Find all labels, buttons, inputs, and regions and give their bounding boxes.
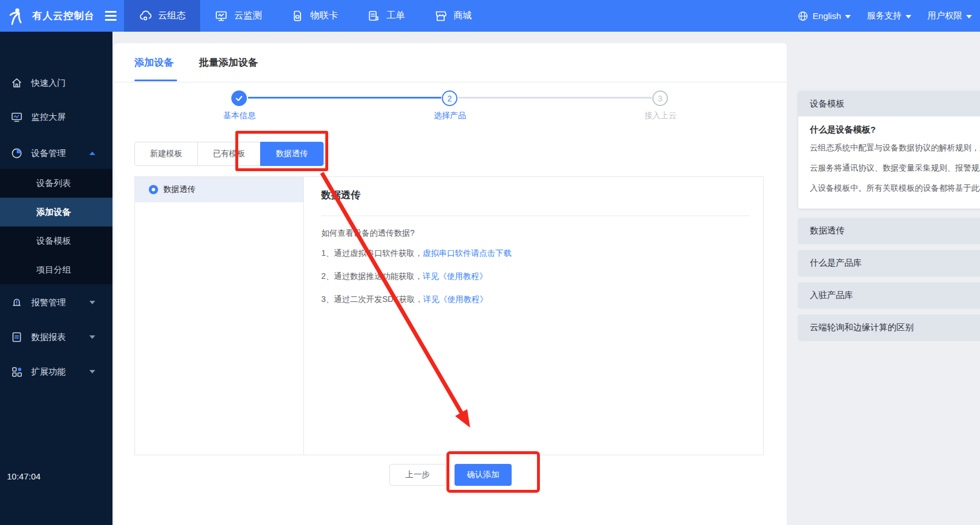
step-1-label: 基本信息 <box>205 111 274 121</box>
help-bar-polling-vs-edge[interactable]: 云端轮询和边缘计算的区别 <box>798 315 980 340</box>
extend-icon <box>10 365 23 378</box>
language-switcher[interactable]: English <box>789 10 859 22</box>
sidebar-item-project-group[interactable]: 项目分组 <box>0 255 112 284</box>
nav-item-mall[interactable]: 商城 <box>419 0 486 32</box>
panel-title-divider <box>321 216 750 216</box>
step-2-dot: 2 <box>442 90 457 106</box>
radio-selected-icon[interactable] <box>149 185 158 194</box>
chevron-down-icon <box>89 370 95 373</box>
step-connector-pending <box>459 97 652 99</box>
help-panel-device-template: 设备模板 什么是设备模板? 云组态系统中配置与设备数据协议的解析规则，新版云服务… <box>798 91 980 209</box>
download-vcom-link[interactable]: 虚拟串口软件请点击下载 <box>423 248 512 258</box>
person-logo-icon <box>7 6 27 26</box>
help-bar-transparent[interactable]: 数据透传 <box>798 218 980 243</box>
globe-icon <box>797 10 809 22</box>
help-bar-join-product-lib[interactable]: 入驻产品库 <box>798 282 980 308</box>
cloud-icon <box>138 9 152 23</box>
step-1-dot <box>231 90 247 106</box>
device-manage-icon <box>10 147 23 160</box>
transparent-panel: 数据透传 <box>134 176 764 455</box>
sidebar-item-alarm-manage[interactable]: 报警管理 <box>0 290 112 315</box>
app-window: 有人云控制台 云组态 云监测 <box>0 0 980 525</box>
help-question: 什么是设备模板? <box>810 124 980 135</box>
service-support-menu[interactable]: 服务支持 <box>859 10 919 21</box>
chevron-up-icon <box>89 152 95 155</box>
panel-item-1: 1、通过虚拟串口软件获取，虚拟串口软件请点击下载 <box>321 248 512 259</box>
panel-item-3: 3、通过二次开发SDK获取，详见《使用教程》 <box>321 294 488 305</box>
panel-question: 如何查看设备的透传数据? <box>321 228 415 239</box>
report-icon <box>10 331 23 343</box>
brand-title: 有人云控制台 <box>32 9 95 22</box>
store-icon <box>434 9 448 23</box>
home-icon <box>10 77 23 89</box>
sidebar: 快速入门 监控大屏 设备管理 设备列表 添加设备 <box>0 32 112 525</box>
sidebar-item-big-screen[interactable]: 监控大屏 <box>0 104 112 130</box>
monitor-chart-icon <box>215 9 228 23</box>
tab-batch-add-device[interactable]: 批量添加设备 <box>199 56 258 69</box>
step-connector-done <box>248 97 441 99</box>
option-transparent[interactable]: 数据透传 <box>135 177 303 202</box>
work-order-icon <box>367 9 381 23</box>
tutorial-link-push[interactable]: 详见《使用教程》 <box>423 271 487 281</box>
chevron-down-icon <box>89 301 95 304</box>
template-tab-transparent[interactable]: 数据透传 <box>260 142 324 166</box>
tutorial-link-sdk[interactable]: 详见《使用教程》 <box>423 294 488 304</box>
sidebar-item-extend-function[interactable]: 扩展功能 <box>0 359 112 384</box>
confirm-add-button[interactable]: 确认添加 <box>455 464 512 486</box>
sidebar-item-device-list[interactable]: 设备列表 <box>0 169 112 198</box>
chevron-down-icon <box>966 15 972 18</box>
panel-title: 数据透传 <box>321 188 361 202</box>
tab-add-device[interactable]: 添加设备 <box>134 56 174 69</box>
chevron-down-icon <box>845 15 851 18</box>
help-paragraph: 云组态系统中配置与设备数据协议的解析规则，新版云服务将通讯协议、数据变量采集规则… <box>810 138 980 198</box>
sidebar-clock: 10:47:04 <box>7 471 40 481</box>
help-body-device-template: 什么是设备模板? 云组态系统中配置与设备数据协议的解析规则，新版云服务将通讯协议… <box>798 116 980 209</box>
active-tab-underline <box>134 80 177 81</box>
panel-item-2: 2、通过数据推送功能获取，详见《使用教程》 <box>321 271 487 282</box>
check-icon <box>235 94 243 103</box>
help-header-device-template[interactable]: 设备模板 <box>798 91 980 116</box>
template-tab-new[interactable]: 新建模板 <box>134 142 198 166</box>
option-column: 数据透传 <box>135 177 304 455</box>
sidebar-item-quick-start[interactable]: 快速入门 <box>0 70 112 96</box>
user-permission-menu[interactable]: 用户权限 <box>919 10 980 21</box>
alarm-icon <box>10 296 23 309</box>
template-type-switcher: 新建模板 已有模板 数据透传 <box>134 142 324 166</box>
help-bar-what-is-product-lib[interactable]: 什么是产品库 <box>798 250 980 275</box>
topbar-right: English 服务支持 用户权限 <box>789 0 980 32</box>
sim-card-icon <box>291 9 305 23</box>
nav-item-work-order[interactable]: 工单 <box>352 0 419 32</box>
big-screen-icon <box>10 111 23 123</box>
step-2-label: 选择产品 <box>415 111 485 121</box>
chevron-down-icon <box>906 15 911 18</box>
sidebar-item-add-device[interactable]: 添加设备 <box>0 198 112 226</box>
hamburger-icon[interactable] <box>105 11 117 21</box>
template-tab-existing[interactable]: 已有模板 <box>197 142 261 166</box>
nav-item-cloud-scada[interactable]: 云组态 <box>124 0 200 32</box>
nav-item-iot-card[interactable]: 物联卡 <box>276 0 352 32</box>
prev-step-button[interactable]: 上一步 <box>389 464 446 486</box>
topbar: 有人云控制台 云组态 云监测 <box>0 0 980 32</box>
sidebar-item-device-template[interactable]: 设备模板 <box>0 226 112 255</box>
device-manage-submenu: 设备列表 添加设备 设备模板 项目分组 <box>0 169 112 284</box>
sidebar-item-device-manage[interactable]: 设备管理 <box>0 141 112 166</box>
sidebar-item-data-report[interactable]: 数据报表 <box>0 324 112 350</box>
topbar-nav: 云组态 云监测 物联卡 <box>124 0 486 32</box>
step-3-dot: 3 <box>652 90 668 106</box>
brand[interactable]: 有人云控制台 <box>7 0 117 32</box>
nav-item-cloud-monitor[interactable]: 云监测 <box>200 0 276 32</box>
chevron-down-icon <box>89 335 95 339</box>
tab-divider <box>114 82 787 82</box>
step-3-label: 接入上云 <box>626 111 695 121</box>
